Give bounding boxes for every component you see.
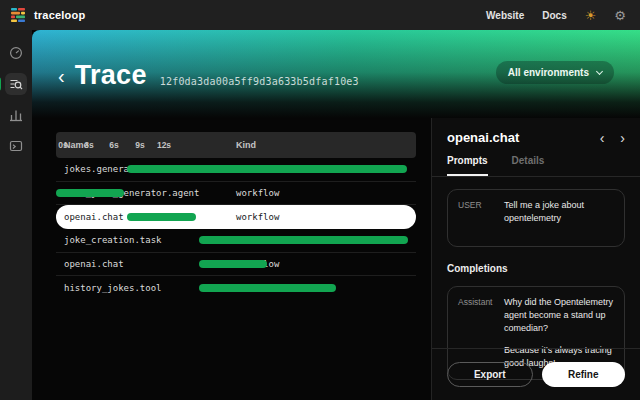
tab-prompts[interactable]: Prompts <box>447 155 488 176</box>
back-chevron-icon[interactable]: ‹ <box>58 66 65 86</box>
traceloop-logo-icon <box>10 7 26 23</box>
playground-console-icon <box>9 139 23 153</box>
sidebar-item-playground[interactable] <box>5 135 27 157</box>
table-header-row: Name Kind 0s 3s 6s 9s 12s <box>56 132 416 158</box>
table-row[interactable]: jokes.generation.workflow workflow <box>56 158 416 182</box>
table-row[interactable]: joke_creation.task workflow <box>56 229 416 253</box>
span-name: openai.chat <box>64 212 124 222</box>
span-table-area: Name Kind 0s 3s 6s 9s 12s jokes.generati… <box>32 118 431 400</box>
duration-bar <box>199 260 267 268</box>
gear-icon[interactable]: ⚙ <box>614 9 626 22</box>
next-span-chevron-icon[interactable]: › <box>620 131 625 145</box>
topbar: traceloop Website Docs ☀ ⚙ <box>0 0 640 30</box>
prev-span-chevron-icon[interactable]: ‹ <box>600 131 605 145</box>
prompt-role-label: USER <box>458 199 504 210</box>
chevron-down-icon <box>596 68 603 75</box>
sidebar-item-dashboard[interactable] <box>5 42 27 64</box>
span-table: Name Kind 0s 3s 6s 9s 12s jokes.generati… <box>56 132 416 300</box>
completions-heading: Completions <box>447 263 625 274</box>
docs-link[interactable]: Docs <box>542 10 566 21</box>
prompt-text: Tell me a joke about opentelemetry <box>504 199 614 225</box>
span-name: openai.chat <box>64 259 124 269</box>
table-row[interactable]: openai.chat workflow <box>56 253 416 277</box>
span-kind: workflow <box>236 188 279 198</box>
span-detail-title: openai.chat <box>447 130 600 145</box>
refine-button[interactable]: Refine <box>542 362 626 387</box>
detail-tabs: Prompts Details <box>432 155 640 177</box>
sidebar <box>0 30 32 400</box>
sun-icon[interactable]: ☀ <box>585 9 597 22</box>
environment-selector[interactable]: All environments <box>496 61 614 84</box>
span-name: history_jokes.tool <box>64 283 162 293</box>
span-detail-panel: openai.chat ‹ › Prompts Details USER Tel… <box>431 118 640 400</box>
export-button[interactable]: Export <box>447 362 533 387</box>
span-name: joke_creation.task <box>64 235 162 245</box>
duration-bar <box>199 284 336 292</box>
completion-role-label: Assistant <box>458 296 504 307</box>
duration-bar <box>56 189 124 197</box>
table-row[interactable]: base_joke_generator.agent workflow <box>56 182 416 206</box>
duration-bar <box>199 236 408 244</box>
axis-tick: 12s <box>157 140 171 150</box>
axis-tick: 6s <box>109 140 118 150</box>
table-row-selected[interactable]: openai.chat workflow <box>56 205 416 229</box>
span-kind: workflow <box>236 212 279 222</box>
tab-details[interactable]: Details <box>512 155 545 176</box>
page-title: Trace <box>75 60 147 91</box>
prompt-message-box: USER Tell me a joke about opentelemetry <box>447 189 625 247</box>
duration-bar <box>127 213 195 221</box>
sidebar-item-traces[interactable] <box>5 73 27 95</box>
detail-panel-footer: Export Refine <box>432 348 640 400</box>
brand[interactable]: traceloop <box>10 7 85 23</box>
axis-tick: 0s <box>58 140 67 150</box>
duration-bar <box>127 165 407 173</box>
trace-id: 12f0da3da00a5ff9d3a633b5dfaf10e3 <box>160 76 359 87</box>
environment-selector-label: All environments <box>508 67 589 78</box>
brand-name: traceloop <box>34 9 85 21</box>
dashboard-gauge-icon <box>9 46 23 60</box>
axis-tick: 3s <box>84 140 93 150</box>
table-row[interactable]: history_jokes.tool workflow <box>56 276 416 300</box>
trace-header: ‹ Trace 12f0da3da00a5ff9d3a633b5dfaf10e3… <box>32 30 640 118</box>
sidebar-item-analytics[interactable] <box>5 104 27 126</box>
analytics-bars-icon <box>9 108 23 122</box>
column-header-kind: Kind <box>236 140 256 150</box>
top-navigation: Website Docs ☀ ⚙ <box>486 9 626 22</box>
completion-paragraph: Why did the Opentelemetry agent become a… <box>504 296 614 335</box>
trace-search-icon <box>9 77 23 91</box>
website-link[interactable]: Website <box>486 10 524 21</box>
axis-tick: 9s <box>135 140 144 150</box>
